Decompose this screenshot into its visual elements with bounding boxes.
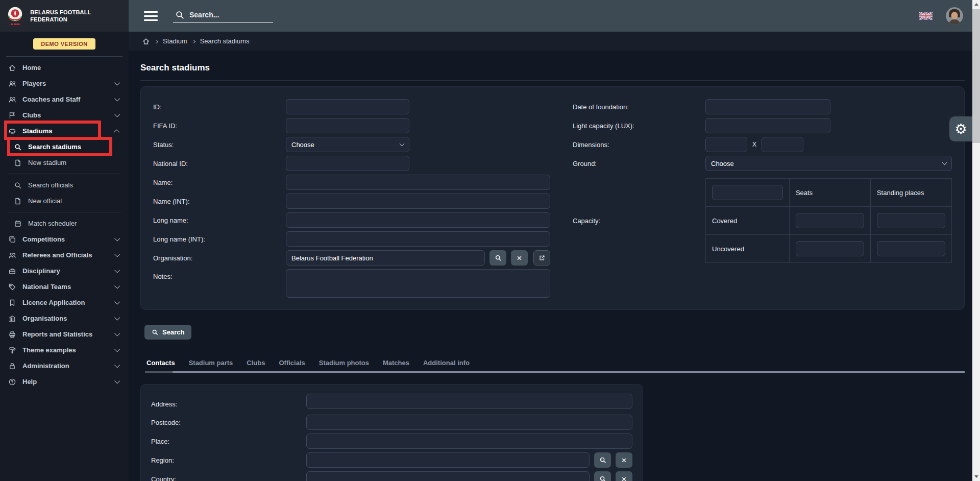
name-input[interactable] bbox=[286, 175, 550, 190]
sidebar-item-competitions[interactable]: Competitions bbox=[0, 231, 129, 247]
field-notes: Notes: bbox=[153, 269, 550, 300]
tab-matches[interactable]: Matches bbox=[383, 359, 409, 367]
status-select[interactable]: Choose bbox=[286, 137, 409, 152]
sidebar-item-clubs[interactable]: Clubs bbox=[0, 107, 129, 123]
date-of-foundation-input[interactable] bbox=[705, 99, 830, 114]
search-icon bbox=[599, 456, 606, 464]
name-label: Name: bbox=[153, 179, 286, 186]
sidebar-item-stadiums[interactable]: Stadiums bbox=[0, 123, 129, 139]
fifa-id-input[interactable] bbox=[286, 118, 409, 133]
covered-seats-input[interactable] bbox=[796, 213, 864, 228]
national-id-label: National ID: bbox=[153, 160, 286, 167]
sidebar-item-new-official[interactable]: New official bbox=[0, 193, 129, 209]
language-flag-icon[interactable] bbox=[919, 12, 933, 20]
sidebar-header: BELARUS FOOTBALL FEDERATION bbox=[0, 0, 129, 32]
settings-gear-button[interactable]: ⚙ bbox=[949, 116, 972, 141]
sidebar-item-search-stadiums[interactable]: Search stadiums bbox=[0, 139, 129, 155]
field-organisation: Organisation: × bbox=[153, 250, 550, 266]
chevron-down-icon bbox=[114, 235, 120, 241]
tab-stadium-photos[interactable]: Stadium photos bbox=[319, 359, 369, 367]
form-left-column: ID: FIFA ID: Status: Choose bbox=[153, 99, 550, 303]
sidebar-item-licence-application[interactable]: Licence Application bbox=[0, 295, 129, 310]
scroll-down-arrow-icon[interactable] bbox=[974, 475, 978, 478]
ground-select[interactable]: Choose bbox=[705, 156, 952, 171]
user-avatar[interactable] bbox=[946, 7, 963, 25]
sidebar-item-coaches-and-staff[interactable]: Coaches and Staff bbox=[0, 91, 129, 107]
sidebar-item-administration[interactable]: Administration bbox=[0, 358, 129, 374]
sidebar-item-players[interactable]: Players bbox=[0, 76, 129, 91]
search-button[interactable]: Search bbox=[144, 325, 191, 340]
breadcrumb-stadium[interactable]: Stadium bbox=[163, 37, 187, 45]
notes-textarea[interactable] bbox=[286, 269, 550, 298]
tab-stadium-parts[interactable]: Stadium parts bbox=[189, 359, 233, 367]
organisation-clear-button[interactable]: × bbox=[511, 250, 528, 266]
page-scrollbar[interactable] bbox=[972, 0, 980, 481]
long-name-label: Long name: bbox=[153, 217, 286, 224]
tab-officials[interactable]: Officials bbox=[279, 359, 305, 367]
sidebar-item-label: Referees and Officials bbox=[22, 251, 92, 259]
sidebar-item-referees-and-officials[interactable]: Referees and Officials bbox=[0, 247, 129, 263]
long-name-int-input[interactable] bbox=[286, 231, 550, 247]
organisation-search-button[interactable] bbox=[489, 250, 506, 266]
country-search-button[interactable] bbox=[594, 471, 611, 481]
bookmark-icon bbox=[8, 299, 17, 307]
sidebar-item-search-officials[interactable]: Search officials bbox=[0, 177, 129, 193]
field-date-of-foundation: Date of foundation: bbox=[573, 99, 952, 114]
sidebar-item-home[interactable]: Home bbox=[0, 60, 129, 76]
sidebar-item-organisations[interactable]: Organisations bbox=[0, 310, 129, 326]
users-icon bbox=[8, 251, 17, 259]
sidebar-item-new-stadium[interactable]: New stadium bbox=[0, 155, 129, 171]
form-right-column: Date of foundation: Light capacity (LUX)… bbox=[573, 99, 952, 303]
home-icon[interactable] bbox=[142, 37, 150, 45]
capacity-type-input[interactable] bbox=[712, 185, 783, 200]
long-name-input[interactable] bbox=[286, 212, 550, 228]
country-clear-button[interactable]: × bbox=[616, 471, 632, 481]
active-tab-indicator bbox=[145, 371, 173, 373]
field-dimensions: Dimensions: X bbox=[573, 137, 952, 152]
sidebar-item-national-teams[interactable]: National Teams bbox=[0, 279, 129, 295]
postcode-input[interactable] bbox=[306, 415, 632, 430]
long-name-int-label: Long name (INT): bbox=[153, 235, 286, 243]
national-id-input[interactable] bbox=[286, 156, 409, 171]
chevron-down-icon bbox=[114, 315, 120, 320]
tab-contacts[interactable]: Contacts bbox=[146, 359, 175, 367]
chevron-down-icon bbox=[114, 330, 120, 336]
region-search-button[interactable] bbox=[594, 452, 611, 468]
organisation-open-button[interactable] bbox=[533, 250, 550, 266]
tabs-bar: Contacts Stadium parts Clubs Officials S… bbox=[146, 359, 965, 367]
menu-icon[interactable] bbox=[144, 11, 158, 21]
chevron-down-icon bbox=[114, 267, 120, 273]
tab-additional-info[interactable]: Additional info bbox=[423, 359, 470, 367]
sidebar-item-disciplinary[interactable]: Disciplinary bbox=[0, 263, 129, 279]
dimensions-width-input[interactable] bbox=[762, 137, 803, 152]
demo-version-badge: DEMO VERSION bbox=[33, 38, 95, 50]
light-capacity-input[interactable] bbox=[705, 118, 830, 133]
sidebar-item-match-scheduler[interactable]: Match scheduler bbox=[0, 215, 129, 231]
name-int-input[interactable] bbox=[286, 194, 550, 209]
uncovered-seats-input[interactable] bbox=[796, 241, 864, 256]
notes-label: Notes: bbox=[153, 269, 286, 280]
scrollbar-thumb[interactable] bbox=[972, 9, 980, 143]
scroll-up-arrow-icon[interactable] bbox=[974, 3, 978, 6]
country-input[interactable] bbox=[306, 471, 590, 481]
covered-standing-input[interactable] bbox=[877, 213, 945, 228]
sidebar-item-theme-examples[interactable]: Theme examples bbox=[0, 342, 129, 358]
search-input[interactable] bbox=[189, 11, 266, 19]
dimensions-length-input[interactable] bbox=[705, 137, 747, 152]
address-input[interactable] bbox=[306, 394, 632, 409]
id-input[interactable] bbox=[286, 99, 409, 114]
sidebar-item-reports-and-statistics[interactable]: Reports and Statistics bbox=[0, 326, 129, 342]
field-long-name: Long name: bbox=[153, 212, 550, 228]
topbar-search[interactable] bbox=[173, 9, 273, 23]
tab-clubs[interactable]: Clubs bbox=[247, 359, 265, 367]
title-divider bbox=[140, 80, 965, 81]
region-input[interactable] bbox=[306, 452, 590, 468]
sidebar-item-help[interactable]: Help bbox=[0, 374, 129, 390]
organisation-input[interactable] bbox=[286, 250, 485, 266]
region-clear-button[interactable]: × bbox=[616, 452, 632, 468]
chevron-down-icon bbox=[114, 80, 120, 85]
place-input[interactable] bbox=[306, 434, 632, 449]
uncovered-standing-input[interactable] bbox=[877, 241, 945, 256]
sidebar-item-label: Organisations bbox=[22, 315, 67, 322]
chevron-down-icon bbox=[114, 299, 120, 304]
